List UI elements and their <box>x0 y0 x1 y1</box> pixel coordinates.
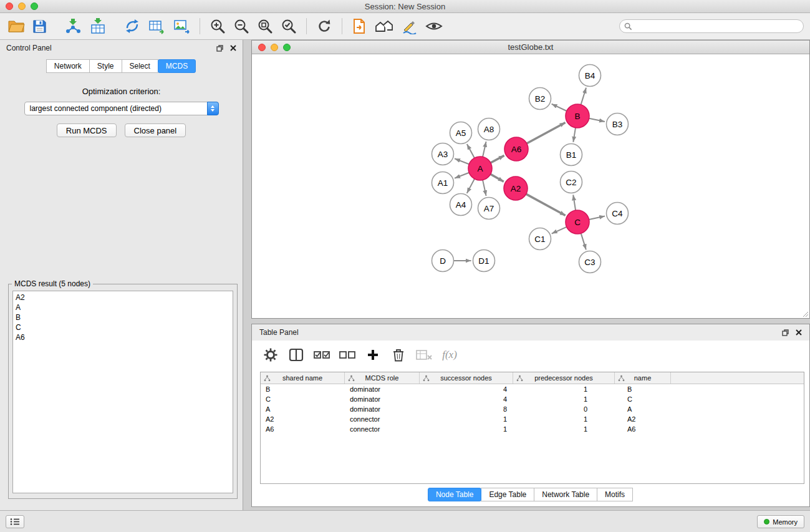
graph-edge-B-B1[interactable] <box>573 128 576 142</box>
graph-edge-A-A7[interactable] <box>483 180 486 196</box>
new-network-button[interactable] <box>120 15 144 37</box>
table-cell[interactable]: A6 <box>261 425 345 433</box>
table-cell[interactable]: B <box>261 385 345 393</box>
graph-node-A7[interactable]: A7 <box>478 198 500 220</box>
zoom-in-button[interactable] <box>206 15 229 37</box>
float-panel-button[interactable] <box>216 45 223 52</box>
export-document-button[interactable] <box>348 15 370 37</box>
network-graph[interactable]: B4B2BB3A5A8A6A3B1AA1C2A2A4A7C4CC1C3DD1 <box>252 55 809 318</box>
table-cell[interactable]: A2 <box>261 415 345 423</box>
float-table-panel-button[interactable] <box>782 329 789 336</box>
memory-button[interactable]: Memory <box>757 515 804 528</box>
graph-edge-A-A4[interactable] <box>467 179 475 193</box>
export-table-button[interactable] <box>144 15 169 37</box>
deselect-all-rows-button[interactable] <box>337 346 357 364</box>
table-cell[interactable]: 1 <box>420 415 513 423</box>
save-session-button[interactable] <box>29 15 51 37</box>
resize-grip-icon[interactable] <box>801 310 809 317</box>
close-window-button[interactable] <box>6 2 13 10</box>
zoom-selected-button[interactable] <box>277 15 301 37</box>
close-network-window-button[interactable] <box>258 44 266 51</box>
table-cell[interactable]: dominator <box>345 405 420 413</box>
table-cell[interactable]: 1 <box>420 425 513 433</box>
mcds-result-item[interactable]: C <box>13 322 233 332</box>
table-row[interactable]: A2connector11A2 <box>261 414 804 424</box>
graph-node-C1[interactable]: C1 <box>529 228 551 250</box>
maximize-network-window-button[interactable] <box>283 44 291 51</box>
column-header-MCDS-role[interactable]: MCDS role <box>345 372 420 384</box>
open-session-button[interactable] <box>4 15 29 37</box>
network-window-titlebar[interactable]: testGlobe.txt <box>252 41 809 54</box>
select-all-rows-button[interactable] <box>312 346 332 364</box>
table-row[interactable]: A6connector11A6 <box>261 424 804 434</box>
graph-edge-B-B2[interactable] <box>552 104 567 111</box>
tab-select[interactable]: Select <box>122 59 158 73</box>
table-cell[interactable]: dominator <box>345 385 420 393</box>
function-builder-button[interactable]: f(x) <box>440 346 460 364</box>
mcds-result-item[interactable]: A <box>13 302 233 312</box>
search-box[interactable] <box>619 19 804 33</box>
import-network-button[interactable] <box>60 15 85 37</box>
table-cell[interactable]: B <box>615 385 671 393</box>
graphics-details-button[interactable] <box>398 15 422 37</box>
table-cell[interactable]: connector <box>345 425 420 433</box>
graph-edge-A-A3[interactable] <box>455 158 469 164</box>
delete-column-button[interactable] <box>388 346 408 364</box>
table-row[interactable]: Cdominator41C <box>261 394 804 404</box>
graph-edge-C-C2[interactable] <box>573 195 576 210</box>
minimize-network-window-button[interactable] <box>271 44 278 51</box>
show-hide-details-button[interactable] <box>422 15 446 37</box>
close-panel-button-x[interactable] <box>230 45 236 51</box>
optimization-criterion-dropdown[interactable]: largest connected component (directed) <box>24 102 219 115</box>
minimize-window-button[interactable] <box>18 2 26 10</box>
home-view-button[interactable] <box>370 15 398 37</box>
graph-node-A1[interactable]: A1 <box>432 172 454 194</box>
graph-node-A8[interactable]: A8 <box>478 118 500 140</box>
graph-node-A3[interactable]: A3 <box>432 143 454 165</box>
mcds-result-item[interactable]: B <box>13 312 233 322</box>
tab-node-table[interactable]: Node Table <box>428 488 482 501</box>
search-input[interactable] <box>632 21 803 32</box>
table-cell[interactable]: A2 <box>615 415 671 423</box>
graph-edge-C-C3[interactable] <box>581 233 586 249</box>
mcds-result-item[interactable]: A6 <box>13 332 233 342</box>
select-columns-button[interactable] <box>286 346 306 364</box>
graph-node-B3[interactable]: B3 <box>607 114 629 135</box>
zoom-fit-button[interactable] <box>253 15 277 37</box>
graph-node-D1[interactable]: D1 <box>473 250 495 272</box>
table-cell[interactable]: connector <box>345 415 420 423</box>
mcds-result-list[interactable]: A2ABCA6 <box>12 291 233 493</box>
graph-node-C4[interactable]: C4 <box>607 203 629 225</box>
graph-node-C2[interactable]: C2 <box>561 172 582 193</box>
task-history-button[interactable] <box>6 515 24 528</box>
graph-edge-C-C4[interactable] <box>589 216 605 220</box>
table-cell[interactable]: 1 <box>513 425 615 433</box>
table-cell[interactable]: C <box>615 395 671 403</box>
delete-table-button[interactable] <box>414 346 434 364</box>
table-cell[interactable]: 1 <box>513 395 615 403</box>
tab-mcds[interactable]: MCDS <box>158 59 196 73</box>
graph-node-D[interactable]: D <box>432 250 454 272</box>
graph-node-A[interactable]: A <box>468 157 492 180</box>
tab-motifs[interactable]: Motifs <box>597 488 633 501</box>
graph-edge-A2-C[interactable] <box>526 194 566 215</box>
graph-edge-A6-B[interactable] <box>527 123 566 144</box>
graph-edge-A-A2[interactable] <box>491 174 504 181</box>
create-column-button[interactable] <box>363 346 383 364</box>
graph-edge-B-B4[interactable] <box>581 88 586 105</box>
table-cell[interactable]: 4 <box>420 395 513 403</box>
apply-layout-button[interactable] <box>312 15 336 37</box>
graph-edge-A-A1[interactable] <box>455 173 469 178</box>
table-cell[interactable]: 8 <box>420 405 513 413</box>
column-header-name[interactable]: name <box>615 372 671 384</box>
table-cell[interactable]: 1 <box>513 385 615 393</box>
graph-node-C3[interactable]: C3 <box>579 251 601 273</box>
import-table-button[interactable] <box>85 15 110 37</box>
graph-node-B1[interactable]: B1 <box>561 144 582 166</box>
tab-edge-table[interactable]: Edge Table <box>481 488 534 501</box>
graph-edge-A-A5[interactable] <box>467 144 475 158</box>
mcds-result-item[interactable]: A2 <box>13 293 233 302</box>
graph-node-A2[interactable]: A2 <box>504 177 528 200</box>
close-panel-button[interactable]: Close panel <box>125 123 186 137</box>
column-header-successor-nodes[interactable]: successor nodes <box>420 372 513 384</box>
